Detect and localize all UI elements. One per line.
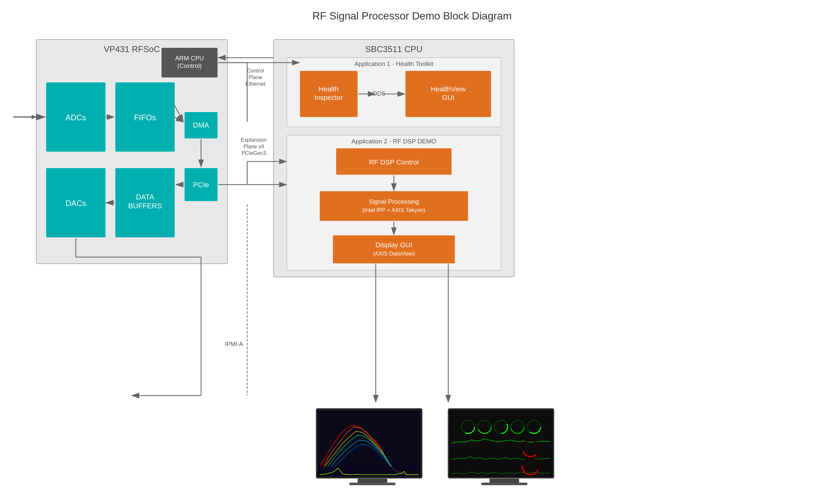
app1-label: Application 1 - Health Toolkit [354,60,433,67]
healthview-gui-label1: HealthView [431,85,466,93]
display-gui-label1: Display GUI [376,241,412,248]
display-gui-block [333,235,455,264]
fifos-label: FIFOs [134,113,156,122]
signal-processing-label1: Signal Processing [369,198,419,205]
display-gui-label2: (AXIS DataView) [373,250,415,257]
diagram-svg: VP431 RFSoC ARM CPU (Control) ADCs FIFOs… [0,0,824,504]
svg-rect-55 [490,479,519,483]
expansion-plane-label1: Explansion [241,137,267,143]
svg-rect-34 [357,479,387,483]
data-buffers-label2: BUFFERS [128,202,162,210]
arm-cpu-text: ARM CPU [175,55,204,62]
ipmi-a-label: IPMI-A [225,341,243,347]
health-inspector-label1: Health [319,85,339,93]
dma-label: DMA [193,121,209,129]
adcs-label: ADCs [66,113,86,122]
svg-rect-56 [481,483,527,485]
healthview-gui-label2: GUI [442,94,454,101]
app2-label: Application 2 - RF DSP DEMO [351,138,436,145]
page-container: RF Signal Processor Demo Block Diagram V… [0,0,824,504]
expansion-plane-label2: Plane x4 [243,144,264,149]
vp431-label: VP431 RFSoC [104,44,160,54]
control-plane-label3: Ethernet [245,81,266,87]
control-plane-label2: Plane [249,75,263,80]
sbc-label: SBC3511 CPU [365,44,422,54]
signal-processing-block [320,191,468,221]
signal-processing-label2: (Intel IPP + AXIS Takyon) [363,207,425,213]
svg-rect-35 [349,483,396,485]
dacs-label: DACs [66,199,86,208]
health-inspector-label2: Inspector [314,94,343,101]
pcie-label: PCIe [193,181,209,189]
expansion-plane-label3: PCIeGen3 [241,150,266,156]
arm-cpu-text2: (Control) [177,62,202,69]
rf-dsp-control-label: RF DSP Control [369,158,419,166]
data-buffers-label1: DATA [136,193,154,201]
control-plane-label: Control [247,68,264,74]
